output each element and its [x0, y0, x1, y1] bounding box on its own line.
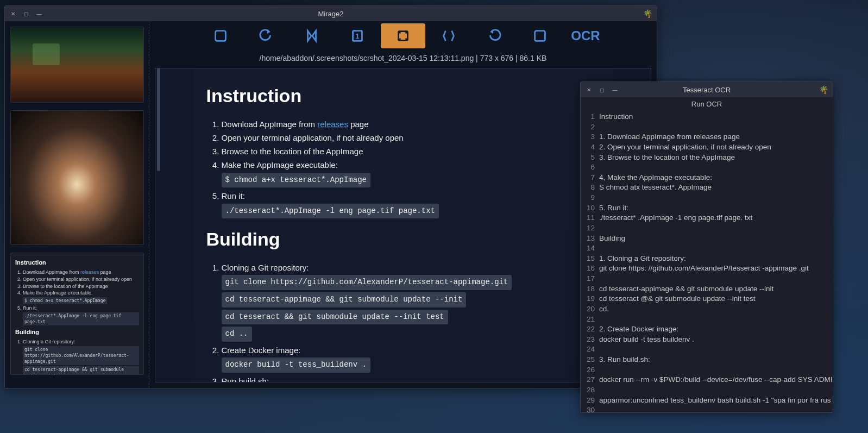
minimize-icon[interactable]: —	[611, 86, 619, 93]
doc-heading-building: Building	[206, 225, 600, 254]
ocr-text: 3. Run build.sh:	[599, 355, 650, 365]
ocr-line[interactable]: 16git clone https: //github.com/Alexande…	[581, 263, 833, 274]
ocr-line[interactable]: 18cd tesseract-appimage && git submodule…	[581, 284, 833, 294]
ocr-line[interactable]: 17	[581, 274, 833, 284]
ocr-line[interactable]: 105. Run it:	[581, 203, 833, 214]
fit-width-button[interactable]	[426, 23, 471, 48]
line-number: 28	[584, 385, 595, 396]
line-number: 19	[584, 294, 595, 304]
ocr-line[interactable]: 14	[581, 243, 833, 254]
maximize-icon[interactable]: ◻	[598, 86, 606, 93]
ocr-line[interactable]: 31. Download AppImage from releases page	[581, 132, 833, 142]
ocr-line[interactable]: 12	[581, 223, 833, 234]
thumbnail-1[interactable]	[10, 27, 144, 103]
list-item: Run it:./tesseract*.AppImage -l eng page…	[222, 190, 600, 219]
line-number: 21	[584, 315, 595, 325]
mirage2-window: ✕ ◻ — Mirage2 🌴 Instruction Download App…	[4, 5, 657, 388]
line-number: 25	[584, 355, 595, 365]
main-titlebar[interactable]: ✕ ◻ — Mirage2 🌴	[5, 6, 657, 21]
ocr-line[interactable]: 9	[581, 193, 833, 203]
line-number: 5	[584, 153, 595, 163]
ocr-text: 2. Open your terminal application, if no…	[599, 142, 771, 153]
close-icon[interactable]: ✕	[9, 10, 17, 17]
tesseract-ocr-window: ✕ ◻ — Tesseract OCR 🌴 Run OCR 1Instructi…	[580, 81, 833, 413]
ocr-line[interactable]: 29apparmor:unconfined tess_buildenv bash…	[581, 396, 833, 406]
line-number: 30	[584, 405, 595, 412]
status-bar: /home/abaddon/.screenshots/scrshot_2024-…	[149, 51, 657, 68]
ocr-line[interactable]: 26	[581, 365, 833, 375]
line-number: 7	[584, 173, 595, 183]
ocr-line[interactable]: 74, Make the AppImage executable:	[581, 173, 833, 183]
ocr-text: 4, Make the AppImage executable:	[599, 173, 712, 183]
line-number: 27	[584, 375, 595, 385]
palm-tree-icon: 🌴	[643, 9, 652, 18]
ocr-line[interactable]: 53. Browse to the location of the AppIma…	[581, 153, 833, 163]
run-ocr-button[interactable]: Run OCR	[581, 97, 833, 111]
ocr-line[interactable]: 13Building	[581, 234, 833, 244]
ocr-line[interactable]: 20cd.	[581, 304, 833, 315]
thumbnail-sidebar[interactable]: Instruction Download AppImage from relea…	[5, 21, 149, 388]
window-title: Mirage2	[318, 10, 344, 18]
rotate-left-button[interactable]	[244, 23, 288, 48]
displayed-image-content: Instruction Download AppImage from relea…	[193, 68, 613, 382]
line-number: 23	[584, 335, 595, 345]
ocr-text: Instruction	[599, 112, 633, 122]
ocr-line[interactable]: 11./tesseract* .AppImage -1 eng page.tif…	[581, 213, 833, 223]
ocr-line[interactable]: 2	[581, 122, 833, 133]
ocr-text: 1. Cloning a Git repository:	[599, 254, 686, 264]
list-item: Run build.sh: docker run --rm -v $PWD:/b…	[222, 375, 600, 382]
line-number: 26	[584, 365, 595, 375]
ocr-line[interactable]: 24	[581, 344, 833, 355]
ocr-output-area[interactable]: 1Instruction231. Download AppImage from …	[581, 111, 833, 412]
minimize-icon[interactable]: —	[35, 10, 43, 17]
zoom-in-button[interactable]	[518, 23, 562, 48]
palm-tree-icon: 🌴	[819, 85, 828, 94]
line-number: 29	[584, 396, 595, 406]
ocr-line[interactable]: 1Instruction	[581, 112, 833, 122]
ocr-line[interactable]: 6	[581, 162, 833, 173]
list-item: Cloning a Git repository: git clone http…	[222, 261, 600, 343]
ocr-line[interactable]: 8S chmod atx tesseract*. AppImage	[581, 183, 833, 193]
ocr-line[interactable]: 19cd tesseract @& git submodule update -…	[581, 294, 833, 304]
image-viewer[interactable]: Instruction Download AppImage from relea…	[155, 68, 651, 382]
ocr-line[interactable]: 222. Create Docker image:	[581, 324, 833, 335]
thumbnail-2[interactable]	[10, 110, 144, 245]
ocr-line[interactable]: 23docker build -t tess buildenv .	[581, 335, 833, 345]
close-icon[interactable]: ✕	[585, 86, 593, 93]
line-number: 15	[584, 254, 595, 264]
list-item: Create Docker image:docker build -t tess…	[222, 344, 600, 374]
ocr-line[interactable]: 151. Cloning a Git repository:	[581, 254, 833, 264]
ocr-text: 2. Create Docker image:	[599, 324, 678, 335]
ocr-line[interactable]: 27docker run --rm -v $PWD:/build --devic…	[581, 375, 833, 385]
line-number: 13	[584, 234, 595, 244]
line-number: 2	[584, 122, 595, 133]
ocr-line[interactable]: 21	[581, 315, 833, 325]
line-number: 9	[584, 193, 595, 203]
line-number: 10	[584, 203, 595, 214]
ocr-line[interactable]: 28	[581, 385, 833, 396]
thumbnail-3-selected[interactable]: Instruction Download AppImage from relea…	[10, 253, 144, 375]
ocr-titlebar[interactable]: ✕ ◻ — Tesseract OCR 🌴	[581, 82, 833, 97]
ocr-text: apparmor:unconfined tess_buildenv bash b…	[599, 396, 833, 406]
rotate-right-button[interactable]	[472, 23, 517, 48]
line-number: 12	[584, 223, 595, 234]
line-number: 4	[584, 142, 595, 153]
maximize-icon[interactable]: ◻	[22, 10, 30, 17]
ocr-button[interactable]: OCR	[563, 23, 608, 48]
line-number: 22	[584, 324, 595, 335]
list-item: Download AppImage from releases page	[222, 118, 600, 130]
releases-link[interactable]: releases	[317, 120, 348, 129]
ocr-text: cd tesseract @& git submodule update --i…	[599, 294, 756, 304]
ocr-text: git clone https: //github.com/AlexanderP…	[599, 263, 809, 274]
zoom-out-button[interactable]	[198, 23, 243, 48]
scrollbar-thumb[interactable]	[157, 68, 160, 171]
toolbar: 1 OCR	[149, 21, 657, 51]
fit-window-button[interactable]	[381, 23, 425, 48]
ocr-line[interactable]: 30	[581, 405, 833, 412]
ocr-line[interactable]: 42. Open your terminal application, if n…	[581, 142, 833, 153]
zoom-100-button[interactable]: 1	[335, 23, 380, 48]
ocr-line[interactable]: 253. Run build.sh:	[581, 355, 833, 365]
list-item: Browse to the location of the AppImage	[222, 145, 600, 158]
flip-horizontal-button[interactable]	[290, 23, 334, 48]
doc-heading-instruction: Instruction	[206, 81, 600, 110]
